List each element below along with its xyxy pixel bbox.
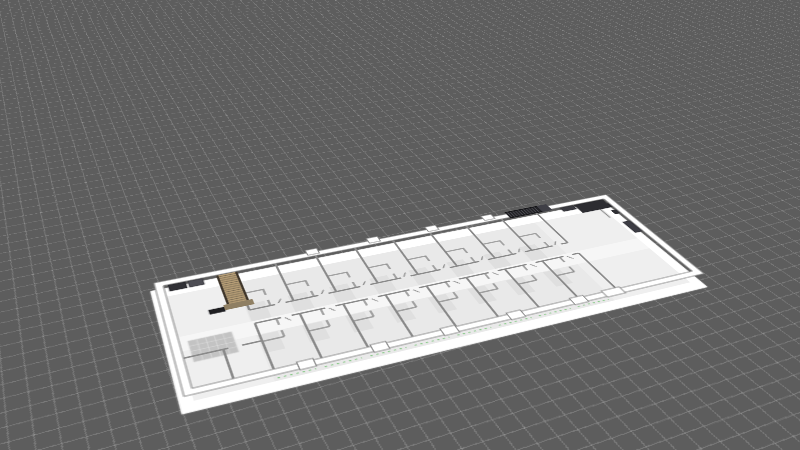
floorplan-wall-layer bbox=[140, 189, 721, 409]
right-staircase bbox=[504, 206, 542, 218]
corridor-wall-top bbox=[249, 243, 567, 310]
window-bottom bbox=[297, 358, 317, 370]
building-model[interactable] bbox=[142, 199, 718, 422]
room-partitions bbox=[234, 212, 617, 369]
scene-viewport[interactable] bbox=[0, 0, 800, 450]
left-staircase bbox=[216, 272, 249, 305]
reception-desk bbox=[209, 307, 226, 314]
window-bottom bbox=[370, 341, 390, 352]
